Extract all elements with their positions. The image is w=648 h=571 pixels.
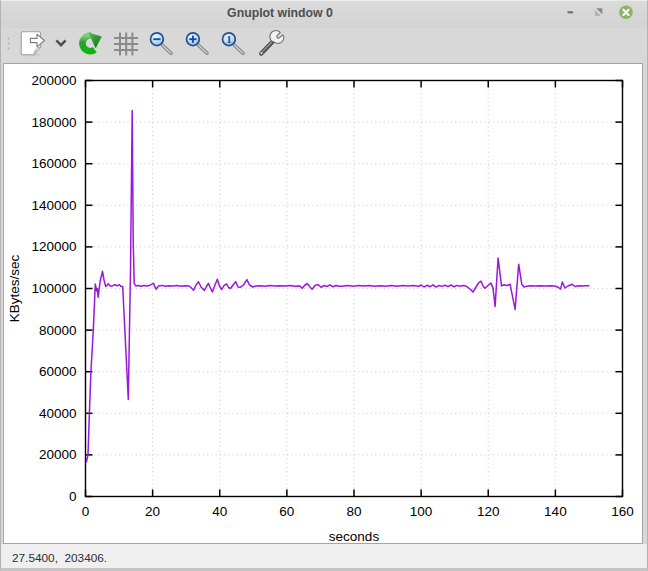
svg-text:60: 60 <box>279 504 294 519</box>
svg-text:0: 0 <box>82 504 90 519</box>
svg-text:0: 0 <box>69 489 77 504</box>
svg-text:120: 120 <box>477 504 500 519</box>
svg-text:KBytes/sec: KBytes/sec <box>7 254 22 322</box>
svg-text:seconds: seconds <box>329 529 380 544</box>
svg-text:40000: 40000 <box>39 406 77 421</box>
svg-text:100000: 100000 <box>31 281 76 296</box>
svg-text:160: 160 <box>611 504 634 519</box>
svg-text:80: 80 <box>346 504 361 519</box>
svg-text:120000: 120000 <box>31 239 76 254</box>
svg-text:60000: 60000 <box>39 364 77 379</box>
svg-text:20: 20 <box>145 504 160 519</box>
svg-text:140000: 140000 <box>31 198 76 213</box>
svg-text:100: 100 <box>410 504 433 519</box>
svg-text:160000: 160000 <box>31 156 76 171</box>
svg-text:180000: 180000 <box>31 115 76 130</box>
svg-text:20000: 20000 <box>39 447 77 462</box>
svg-text:40: 40 <box>212 504 227 519</box>
svg-text:80000: 80000 <box>39 323 77 338</box>
svg-text:200000: 200000 <box>31 73 76 88</box>
svg-text:140: 140 <box>544 504 567 519</box>
